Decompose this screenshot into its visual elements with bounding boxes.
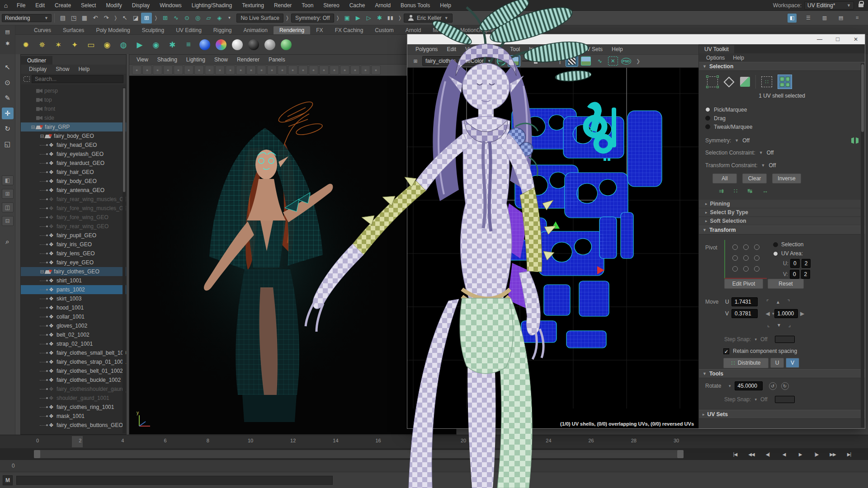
shelf-tab-curves[interactable]: Curves bbox=[28, 26, 57, 34]
all-button[interactable]: All bbox=[712, 174, 737, 183]
search-input[interactable] bbox=[32, 75, 123, 83]
outliner-tab[interactable]: Outliner bbox=[21, 55, 126, 65]
outliner-item-fairy-fore-wing-geo[interactable]: ❖fairy_fore_wing_GEO bbox=[21, 213, 126, 222]
chevron-down-icon[interactable]: ▼ bbox=[759, 150, 763, 155]
outliner-item-fairy-clothesshoulder-gaurd[interactable]: ❖fairy_clothesshoulder_gaurd_ bbox=[21, 385, 126, 394]
outliner-menu-show[interactable]: Show bbox=[52, 66, 73, 72]
menu-texturing[interactable]: Texturing bbox=[237, 0, 269, 11]
menu-bonus-tools[interactable]: Bonus Tools bbox=[396, 0, 435, 11]
ramp-material-icon[interactable] bbox=[263, 38, 277, 52]
outliner-item-collar-1001[interactable]: ❖collar_1001 bbox=[21, 312, 126, 321]
outliner-item-fairy-clothes-buckle-1002[interactable]: ❖fairy_clothes_buckle_1002 bbox=[21, 375, 126, 385]
outliner-item-fairy-antenna-geo[interactable]: ❖fairy_antenna_GEO bbox=[21, 186, 126, 195]
mel-toggle[interactable]: M bbox=[3, 475, 13, 485]
select-by-object-icon[interactable]: ◪ bbox=[130, 13, 141, 23]
resolution-gate-icon[interactable]: ▫ bbox=[226, 66, 235, 75]
v-min-field[interactable]: 0 bbox=[790, 270, 799, 279]
outliner-item-fairy-grp[interactable]: ⊟fairy_GRP bbox=[21, 122, 126, 131]
grow-selection-icon[interactable]: ∷ bbox=[734, 188, 737, 194]
dim-image-slider[interactable] bbox=[522, 61, 554, 61]
section-transform[interactable]: ▼ Transform bbox=[699, 225, 865, 235]
reset-pivot-button[interactable]: Reset bbox=[768, 279, 804, 289]
isolate-select-icon[interactable]: ▫ bbox=[361, 66, 370, 75]
time-tick-6[interactable]: 6 bbox=[164, 438, 167, 443]
menu-file[interactable]: File bbox=[12, 0, 30, 11]
shelf-tab-mash[interactable]: MASH bbox=[427, 26, 454, 34]
pivot-grid-radio[interactable] bbox=[743, 266, 749, 272]
use-all-lights-icon[interactable]: ▫ bbox=[309, 66, 318, 75]
uv-select-icon[interactable]: ∷ bbox=[761, 76, 772, 87]
outliner-item-mask-1001[interactable]: ❖mask_1001 bbox=[21, 412, 126, 421]
menu-toon[interactable]: Toon bbox=[297, 0, 318, 11]
distribute-v-button[interactable]: V bbox=[786, 358, 799, 368]
viewport-menu-lighting[interactable]: Lighting bbox=[182, 56, 210, 63]
undo-icon[interactable]: ↶ bbox=[90, 13, 101, 23]
time-tick-28[interactable]: 28 bbox=[631, 438, 637, 443]
marquee-select-icon[interactable] bbox=[707, 76, 718, 87]
outliner-item-shirt-1001[interactable]: ❖shirt_1001 bbox=[21, 276, 126, 285]
time-ruler[interactable]: 024681012141618202224262830 bbox=[34, 435, 684, 448]
step-back-key-button[interactable]: ◀| bbox=[761, 449, 774, 459]
outliner-item-pants-1002[interactable]: ❖pants_1002 bbox=[21, 285, 126, 294]
window-title-bar[interactable]: — □ ✕ bbox=[407, 34, 865, 44]
outliner-menu-display[interactable]: Display bbox=[25, 66, 50, 72]
pivot-grid-radio[interactable] bbox=[754, 244, 760, 250]
range-bar[interactable] bbox=[34, 450, 684, 458]
radio-icon[interactable] bbox=[705, 124, 710, 129]
uv-snapshot-icon[interactable]: ✕ bbox=[608, 56, 618, 66]
mode-tweak-marquee[interactable]: Tweak/Marquee bbox=[699, 122, 865, 131]
shrink-selection-icon[interactable]: ⇉ bbox=[719, 188, 724, 194]
outliner-item-fairy-pupil-geo[interactable]: ❖fairy_pupil_GEO bbox=[21, 231, 126, 240]
section-selection[interactable]: ▼ Selection bbox=[699, 62, 865, 71]
radio-icon[interactable] bbox=[705, 116, 710, 121]
uv-editor-menu-edit[interactable]: Edit bbox=[442, 46, 461, 52]
rotate-ccw-icon[interactable]: ↺ bbox=[769, 382, 777, 390]
pivot-grid-radio[interactable] bbox=[732, 255, 738, 261]
new-scene-icon[interactable]: ▤ bbox=[57, 13, 68, 23]
corner-icon[interactable]: ⌜ bbox=[763, 299, 772, 305]
rotate-tool-icon[interactable]: ↻ bbox=[2, 123, 14, 135]
outliner-item-fairy-lens-geo[interactable]: ❖fairy_lens_GEO bbox=[21, 249, 126, 258]
step-back-frame-button[interactable]: ◀◀ bbox=[745, 449, 758, 459]
single-pane-layout-icon[interactable]: ◧ bbox=[788, 14, 797, 23]
outliner-item-front[interactable]: front bbox=[21, 104, 126, 113]
uv-canvas[interactable]: (1/0) UV shells, (0/0) overlapping UVs, … bbox=[407, 68, 698, 428]
single-pane-layout-icon[interactable]: ◧ bbox=[2, 175, 14, 185]
menu-set-selector[interactable]: Rendering ▼ bbox=[2, 14, 52, 22]
corner-icon[interactable]: ⌞ bbox=[764, 322, 773, 328]
step-forward-key-button[interactable]: |▶ bbox=[810, 449, 823, 459]
menu-modify[interactable]: Modify bbox=[101, 0, 127, 11]
shelf-tab-uv-editing[interactable]: UV Editing bbox=[170, 26, 208, 34]
attribute-editor-icon[interactable]: ▥ bbox=[820, 14, 829, 23]
psd-network-icon[interactable]: PSD bbox=[620, 56, 632, 66]
save-scene-icon[interactable]: ▦ bbox=[79, 13, 90, 23]
pivot-uv-area-radio[interactable] bbox=[773, 251, 778, 256]
bookmark-icon[interactable]: ▫ bbox=[163, 66, 173, 75]
scale-tool-icon[interactable]: ◱ bbox=[2, 138, 14, 150]
nudge-down-icon[interactable]: ▼ bbox=[773, 323, 785, 328]
time-tick-16[interactable]: 16 bbox=[375, 438, 381, 443]
play-forwards-button[interactable]: ▶ bbox=[794, 449, 807, 459]
move-u-field[interactable]: 1.7431 bbox=[731, 297, 758, 306]
outliner-item-fairy-clothes-belt-01-1002[interactable]: ❖fairy_clothes_belt_01_1002 bbox=[21, 366, 126, 375]
chevron-down-icon[interactable]: ▼ bbox=[761, 163, 765, 168]
workspace-lock-icon[interactable] bbox=[859, 4, 863, 7]
viewport-menu-panels[interactable]: Panels bbox=[264, 56, 290, 63]
corner-icon[interactable]: ⌟ bbox=[785, 322, 794, 328]
outliner-item-fairy-head-geo[interactable]: ❖fairy_head_GEO bbox=[21, 141, 126, 150]
section-pinning[interactable]: ▸Pinning bbox=[699, 200, 865, 208]
rotate-value-field[interactable]: 45.0000 bbox=[735, 381, 763, 390]
time-tick-14[interactable]: 14 bbox=[333, 438, 338, 443]
select-border-icon[interactable]: ↔ bbox=[762, 188, 768, 194]
blinn-material-icon[interactable] bbox=[214, 38, 228, 52]
menu-select[interactable]: Select bbox=[76, 0, 101, 11]
chevron-down-icon[interactable]: ▾ bbox=[755, 337, 757, 342]
camera-attributes-icon[interactable]: ▫ bbox=[153, 66, 162, 75]
range-start-handle[interactable] bbox=[34, 450, 40, 458]
time-slider[interactable]: 024681012141618202224262830 bbox=[0, 435, 868, 448]
uv-editor-menu-image[interactable]: Image bbox=[524, 46, 548, 52]
pivot-grid-radio[interactable] bbox=[743, 244, 749, 250]
ambient-light-icon[interactable]: ✹ bbox=[19, 38, 33, 52]
pivot-grid-radio[interactable] bbox=[732, 244, 738, 250]
motion-blur-icon[interactable]: ▫ bbox=[340, 66, 349, 75]
